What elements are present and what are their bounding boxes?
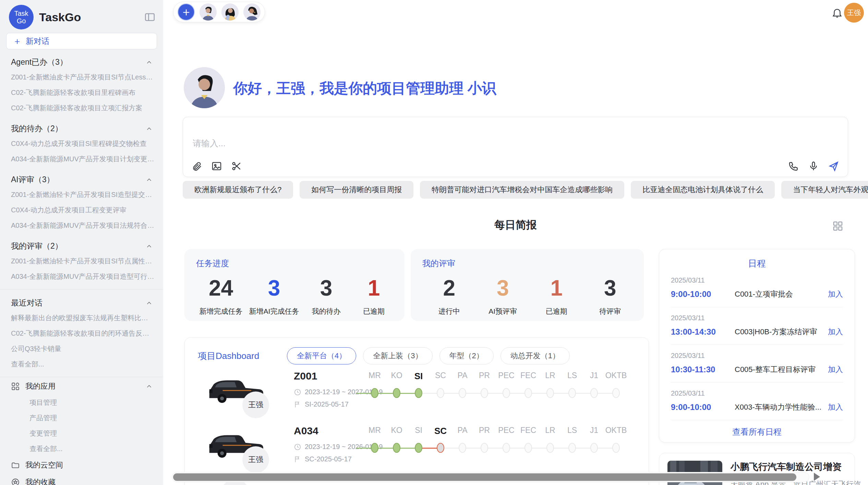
milestone-dot[interactable] (451, 388, 473, 398)
tab-powertrain[interactable]: 动总开发（1） (501, 347, 570, 364)
avatar[interactable] (221, 3, 239, 21)
suggestion-chip[interactable]: 特朗普可能对进口汽车增税会对中国车企造成哪些影响 (420, 181, 624, 199)
milestone-dot[interactable] (517, 388, 539, 398)
recent-chat-item[interactable]: 公司Q3轻卡销量 (0, 341, 163, 357)
phone-icon[interactable] (788, 161, 799, 172)
sidebar-item-my-apps[interactable]: 我的应用 (0, 378, 163, 395)
add-conversation-button[interactable]: ＋ (178, 3, 195, 21)
send-icon[interactable] (828, 160, 840, 172)
milestone-dot-done[interactable] (408, 443, 430, 453)
milestone-dot[interactable] (539, 388, 561, 398)
sidebar-item[interactable]: C02-飞腾新能源轻客改款项目里程碑画布 (0, 85, 163, 100)
notification-bell-icon[interactable] (831, 7, 843, 18)
conversation-switcher: ＋ (173, 2, 265, 22)
join-button[interactable]: 加入 (828, 402, 843, 412)
chevron-up-icon[interactable] (145, 299, 153, 307)
sidebar-item[interactable]: Z001-全新燃油轻卡产品开发项目SI造型提交物评审 (0, 187, 163, 202)
join-button[interactable]: 加入 (828, 364, 843, 375)
project-row[interactable]: 王强 Z001 2023-12-19 ~ 2027-01-19 SI-2025-… (185, 370, 649, 422)
milestone-dot-done[interactable] (386, 443, 408, 453)
user-avatar[interactable]: 王强 (844, 3, 864, 23)
chevron-up-icon[interactable] (145, 59, 153, 66)
milestone-dot[interactable] (561, 443, 583, 453)
milestone-dot[interactable] (495, 388, 517, 398)
schedule-time: 10:30-11:30 (671, 365, 735, 374)
tab-model-year[interactable]: 年型（2） (439, 347, 494, 364)
owner-badge: 王强 (242, 446, 269, 473)
milestone-dot-done[interactable] (408, 388, 430, 398)
recent-view-all[interactable]: 查看全部... (0, 357, 163, 372)
sidebar-item[interactable]: Z001-全新燃油轻卡产品开发项目SI节点属性5D文件评审 (0, 253, 163, 269)
sidebar-item[interactable]: C0X4-动力总成开发项目SI里程碑提交物检查 (0, 136, 163, 151)
milestone-dot-done[interactable] (364, 388, 386, 398)
horizontal-scrollbar[interactable] (172, 472, 809, 482)
milestone-dot[interactable] (430, 388, 451, 398)
image-icon[interactable] (211, 161, 222, 172)
join-button[interactable]: 加入 (828, 289, 843, 299)
mic-icon[interactable] (808, 161, 819, 172)
scrollbar-thumb[interactable] (173, 473, 796, 481)
milestone-dot-done[interactable] (386, 388, 408, 398)
metric-value: 3 (590, 275, 631, 301)
attachment-icon[interactable] (191, 161, 202, 172)
suggestion-chip[interactable]: 当下年轻人对汽车外观有怎样的喜好趋势 (781, 181, 868, 199)
milestone-dot[interactable] (517, 443, 539, 453)
section-my-todo[interactable]: 我的待办（2） (0, 116, 163, 136)
milestone-dot[interactable] (539, 443, 561, 453)
apps-view-all[interactable]: 查看全部... (0, 441, 163, 457)
section-title: 我的评审（2） (11, 241, 63, 251)
new-chat-button[interactable]: ＋ 新对话 (6, 33, 157, 49)
suggestion-chip[interactable]: 欧洲新规最近颁布了什么? (183, 181, 293, 199)
recent-chat-item[interactable]: 解释最新出台的欧盟报废车法规再生塑料比例被调至15%... (0, 310, 163, 326)
chevron-up-icon[interactable] (145, 383, 153, 390)
recent-chat-item[interactable]: C02-飞腾新能源轻客改款项目的闭环通告反馈情况 (0, 326, 163, 341)
milestone-dot[interactable] (605, 388, 627, 398)
join-button[interactable]: 加入 (828, 327, 843, 337)
app-item-change-mgmt[interactable]: 变更管理 (0, 426, 163, 441)
suggestion-chip[interactable]: 比亚迪全固态电池计划具体说了什么 (631, 181, 775, 199)
view-all-schedule-link[interactable]: 查看所有日程 (671, 426, 843, 437)
avatar[interactable] (243, 3, 261, 21)
chevron-up-icon[interactable] (145, 176, 153, 184)
sidebar-collapse-icon[interactable] (144, 11, 156, 23)
milestone-dot[interactable] (473, 443, 495, 453)
app-item-product-mgmt[interactable]: 产品管理 (0, 410, 163, 426)
milestone-dot[interactable] (561, 388, 583, 398)
schedule-date: 2025/03/11 (671, 352, 843, 360)
chevron-up-icon[interactable] (145, 242, 153, 250)
chat-input[interactable] (193, 138, 604, 148)
section-agent-done[interactable]: Agent已办（3） (0, 49, 163, 70)
sidebar-item[interactable]: Z001-全新燃油皮卡产品开发项目SI节点Lesson Learn报告 (0, 70, 163, 85)
schedule-date: 2025/03/11 (671, 314, 843, 322)
milestone-dot[interactable] (495, 443, 517, 453)
project-row[interactable]: 王强 A034 2023-12-19 ~ 2026-01-19 SC-2025-… (185, 425, 649, 476)
milestone-dot[interactable] (473, 388, 495, 398)
milestone-labels: MRKO SI SC PAPR PECFEC LRLS J1OKTB (364, 426, 627, 436)
scissors-icon[interactable] (231, 161, 242, 172)
milestone-dot[interactable] (605, 443, 627, 453)
milestone-dot[interactable] (583, 443, 605, 453)
sidebar-item[interactable]: A034-全新新能源MUV产品开发项目造型可行性评审 (0, 269, 163, 284)
section-my-review[interactable]: 我的评审（2） (0, 233, 163, 253)
sidebar-item-cloud-space[interactable]: 我的云空间 (0, 457, 163, 474)
milestone-dot[interactable] (583, 388, 605, 398)
sidebar-item-favorites[interactable]: 我的收藏 (0, 474, 163, 485)
section-ai-review[interactable]: AI评审（3） (0, 167, 163, 187)
scroll-right-arrow[interactable] (814, 473, 820, 481)
milestone-dot[interactable] (451, 443, 473, 453)
layout-grid-icon[interactable] (832, 220, 844, 232)
avatar[interactable] (200, 3, 217, 21)
sidebar-item[interactable]: C0X4-动力总成开发项目工程变更评审 (0, 202, 163, 218)
sidebar-item[interactable]: C02-飞腾新能源轻客改款项目立项汇报方案 (0, 100, 163, 116)
milestone-dot-done[interactable] (364, 443, 386, 453)
app-item-project-mgmt[interactable]: 项目管理 (0, 395, 163, 410)
tab-new-body[interactable]: 全新上装（3） (363, 347, 432, 364)
tab-new-platform[interactable]: 全新平台（4） (287, 347, 356, 364)
milestone-dot-overdue[interactable] (430, 443, 451, 453)
chevron-up-icon[interactable] (145, 125, 153, 133)
suggestion-chips: 欧洲新规最近颁布了什么? 如何写一份清晰的项目周报 特朗普可能对进口汽车增税会对… (183, 181, 868, 199)
sidebar-item[interactable]: A034-全新新能源MUV产品开发项目计划变更表编写 (0, 151, 163, 167)
metric-value: 3 (305, 275, 347, 301)
sidebar-item[interactable]: A034-全新新能源MUV产品开发项目法规符合性评审 (0, 218, 163, 233)
suggestion-chip[interactable]: 如何写一份清晰的项目周报 (300, 181, 413, 199)
